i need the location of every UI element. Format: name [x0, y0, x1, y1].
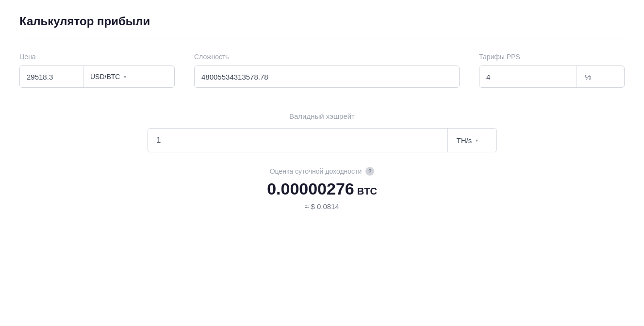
difficulty-input-row: [194, 65, 460, 88]
currency-value: USD/BTC: [90, 73, 120, 81]
chevron-down-icon: ▾: [124, 74, 126, 80]
top-inputs-section: Цена USD/BTC ▾ Сложность Тарифы PPS %: [19, 53, 625, 88]
price-field-group: Цена USD/BTC ▾: [19, 53, 175, 88]
page-title: Калькулятор прибыли: [19, 15, 625, 28]
pps-label: Тарифы PPS: [479, 53, 625, 61]
pps-input-row: %: [479, 65, 625, 88]
hashrate-section: Валидный хэшрейт TH/s ▾: [19, 112, 625, 152]
currency-select[interactable]: USD/BTC ▾: [83, 73, 133, 81]
help-icon[interactable]: ?: [365, 167, 374, 176]
price-input-row: USD/BTC ▾: [19, 65, 175, 88]
daily-yield-label-row: Оценка суточной доходности ?: [270, 167, 375, 176]
difficulty-input[interactable]: [195, 66, 459, 87]
daily-yield-section: Оценка суточной доходности ? 0.00000276 …: [19, 167, 625, 211]
btc-unit-label: BTC: [357, 186, 377, 197]
price-input[interactable]: [20, 66, 83, 87]
hashrate-label: Валидный хэшрейт: [289, 112, 355, 120]
btc-amount: 0.00000276: [267, 179, 354, 198]
pps-input[interactable]: [479, 66, 577, 87]
hashrate-unit-select[interactable]: TH/s ▾: [448, 129, 496, 152]
usd-approx-value: ≈ $ 0.0814: [305, 202, 339, 211]
difficulty-label: Сложность: [194, 53, 460, 61]
hashrate-input-row: TH/s ▾: [148, 128, 497, 152]
title-divider: [19, 38, 625, 38]
difficulty-field-group: Сложность: [194, 53, 460, 88]
price-label: Цена: [19, 53, 175, 61]
hashrate-unit-value: TH/s: [457, 136, 472, 145]
pps-field-group: Тарифы PPS %: [479, 53, 625, 88]
percent-label: %: [577, 73, 599, 81]
hashrate-input[interactable]: [148, 129, 447, 152]
daily-yield-label-text: Оценка суточной доходности: [270, 167, 362, 175]
btc-value-display: 0.00000276 BTC: [267, 179, 377, 198]
hashrate-chevron-icon: ▾: [476, 138, 478, 143]
